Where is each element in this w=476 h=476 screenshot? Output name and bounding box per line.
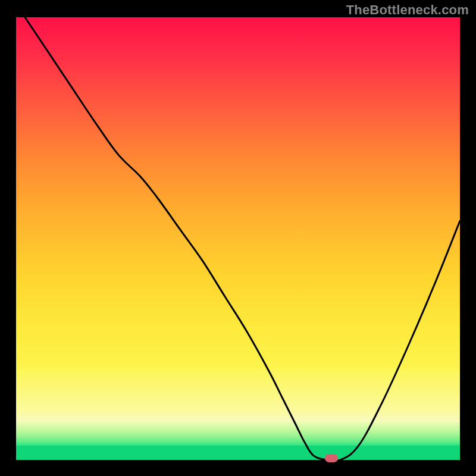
chart-frame: TheBottleneck.com — [0, 0, 476, 476]
plot-area — [16, 17, 460, 460]
optimum-marker — [325, 454, 338, 462]
bottleneck-curve — [16, 17, 460, 460]
watermark-text: TheBottleneck.com — [346, 2, 469, 18]
